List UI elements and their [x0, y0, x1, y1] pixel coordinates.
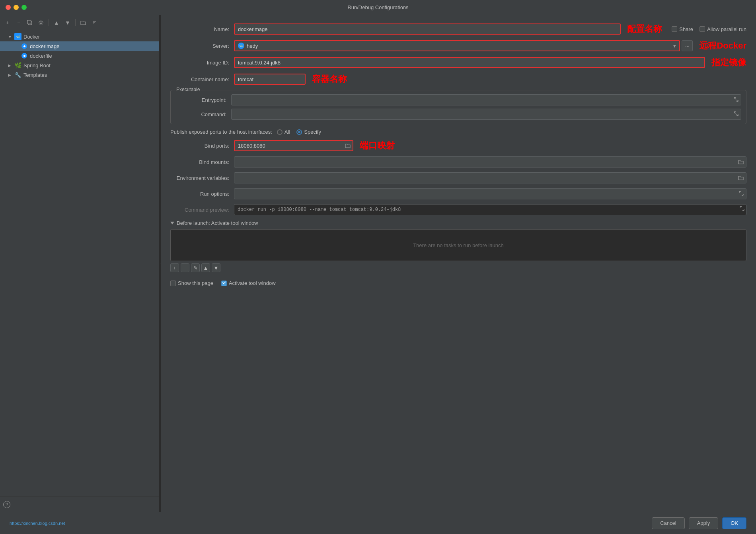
bindmounts-label: Bind mounts: [170, 159, 234, 165]
launch-add-button[interactable]: + [170, 263, 179, 272]
bindports-annotation: 端口映射 [360, 140, 395, 152]
minimize-button[interactable] [14, 5, 19, 10]
tree-arrow-springboot: ▶ [8, 63, 14, 68]
sidebar-item-dockerimage[interactable]: dockerimage [0, 41, 159, 51]
bindports-input[interactable] [234, 140, 353, 151]
main-container: + − ▲ ▼ [0, 15, 756, 512]
dockerimage-icon [21, 43, 28, 50]
help-button[interactable]: ? [3, 501, 10, 508]
activatetool-option[interactable]: Activate tool window [221, 280, 276, 286]
launch-edit-button[interactable]: ✎ [191, 263, 200, 272]
entrypoint-expand-button[interactable] [732, 95, 740, 104]
apply-button[interactable]: Apply [689, 517, 719, 529]
entrypoint-input[interactable] [231, 94, 741, 105]
server-select[interactable]: 🐳 hedy ▾ [234, 40, 680, 51]
tree-arrow-docker: ▼ [8, 35, 14, 39]
command-input[interactable] [231, 109, 741, 120]
showpage-option[interactable]: Show this page [170, 280, 213, 286]
bindmounts-row: Bind mounts: [170, 156, 746, 168]
before-launch-header[interactable]: Before launch: Activate tool window [170, 220, 746, 226]
share-option[interactable]: Share [672, 26, 693, 32]
radio-group: All Specify [277, 129, 321, 135]
container-row: Container name: 容器名称 [170, 73, 746, 85]
svg-point-2 [40, 21, 42, 23]
sidebar-item-docker-label: Docker [23, 34, 40, 40]
sidebar-toolbar: + − ▲ ▼ [0, 15, 159, 30]
envvars-input-wrap [234, 172, 746, 183]
activatetool-label: Activate tool window [229, 280, 276, 286]
radio-all[interactable]: All [277, 129, 290, 135]
sidebar: + − ▲ ▼ [0, 15, 159, 512]
folder-button[interactable] [79, 18, 88, 27]
activatetool-checkbox[interactable] [221, 281, 227, 286]
cmdpreview-expand-button[interactable] [740, 206, 744, 212]
allow-parallel-checkbox[interactable] [699, 26, 705, 32]
envvars-folder-button[interactable] [736, 173, 746, 183]
share-label: Share [679, 26, 693, 32]
move-up-button[interactable]: ▲ [52, 18, 61, 27]
imageid-label: Image ID: [170, 60, 234, 66]
sort-button[interactable] [90, 18, 99, 27]
sidebar-bottom: ? [0, 497, 159, 512]
launch-down-button[interactable]: ▼ [212, 263, 220, 272]
entrypoint-label: Entrypoint: [175, 97, 231, 103]
share-checkbox[interactable] [672, 26, 677, 32]
sidebar-item-dockerfile-label: dockerfile [30, 53, 52, 59]
move-down-button[interactable]: ▼ [63, 18, 72, 27]
header-options: Share Allow parallel run [672, 26, 746, 32]
window-controls[interactable] [6, 5, 27, 10]
name-annotation: 配置名称 [627, 23, 662, 35]
radio-specify-label: Specify [304, 129, 321, 135]
command-label: Command: [175, 111, 231, 117]
content-area: Name: 配置名称 Share Allow parallel run Serv… [161, 15, 756, 512]
sidebar-item-dockerfile[interactable]: dockerfile [0, 51, 159, 60]
envvars-input[interactable] [234, 172, 746, 183]
bindmounts-input[interactable] [234, 156, 746, 168]
allow-parallel-option[interactable]: Allow parallel run [699, 26, 746, 32]
radio-specify[interactable]: Specify [296, 129, 321, 135]
name-row: Name: 配置名称 Share Allow parallel run [170, 23, 746, 35]
command-expand-button[interactable] [732, 109, 740, 118]
runoptions-input-wrap [234, 188, 746, 199]
bottom-checks: Show this page Activate tool window [170, 280, 746, 286]
cmdpreview-row: Command preview: docker run -p 18080:808… [170, 204, 746, 215]
bindports-row: Bind ports: 端口映射 [170, 140, 746, 152]
maximize-button[interactable] [21, 5, 27, 10]
showpage-checkbox[interactable] [170, 281, 176, 286]
settings-button[interactable] [37, 18, 45, 27]
close-button[interactable] [6, 5, 11, 10]
radio-all-outer[interactable] [277, 129, 283, 135]
runoptions-input[interactable] [234, 188, 746, 199]
bindports-input-wrap [234, 140, 353, 151]
bindports-folder-button[interactable] [343, 141, 353, 150]
svg-rect-1 [27, 20, 31, 24]
radio-specify-outer[interactable] [296, 129, 302, 135]
launch-toolbar: + − ✎ ▲ ▼ [170, 263, 746, 272]
allow-parallel-label: Allow parallel run [707, 26, 746, 32]
entrypoint-input-wrap [231, 94, 741, 105]
add-config-button[interactable]: + [3, 18, 12, 27]
container-input[interactable] [234, 74, 306, 85]
copy-config-button[interactable] [25, 18, 34, 27]
sidebar-item-dockerimage-label: dockerimage [30, 43, 59, 49]
before-launch-section: Before launch: Activate tool window Ther… [170, 220, 746, 272]
imageid-input[interactable] [234, 57, 705, 68]
cancel-button[interactable]: Cancel [652, 517, 684, 529]
dialog-footer: https://xinchen.blog.csdn.net Cancel App… [0, 512, 756, 534]
entrypoint-row: Entrypoint: [175, 94, 741, 105]
sidebar-item-templates[interactable]: ▶ 🔧 Templates [0, 70, 159, 80]
name-input[interactable] [234, 23, 621, 35]
sidebar-item-springboot[interactable]: ▶ 🌿 Spring Boot [0, 60, 159, 70]
remove-config-button[interactable]: − [14, 18, 23, 27]
footer-link[interactable]: https://xinchen.blog.csdn.net [10, 521, 65, 526]
runoptions-expand-button[interactable] [737, 189, 746, 198]
bindmounts-folder-button[interactable] [736, 157, 746, 167]
server-more-button[interactable]: ··· [682, 40, 693, 51]
ok-button[interactable]: OK [722, 517, 746, 529]
cmdpreview-value: docker run -p 18080:8080 --name tomcat t… [234, 204, 746, 215]
sidebar-item-docker[interactable]: ▼ 🐳 Docker [0, 32, 159, 41]
launch-up-button[interactable]: ▲ [201, 263, 210, 272]
imageid-annotation: 指定镜像 [711, 57, 746, 68]
title-bar: Run/Debug Configurations [0, 0, 756, 15]
launch-remove-button[interactable]: − [181, 263, 189, 272]
